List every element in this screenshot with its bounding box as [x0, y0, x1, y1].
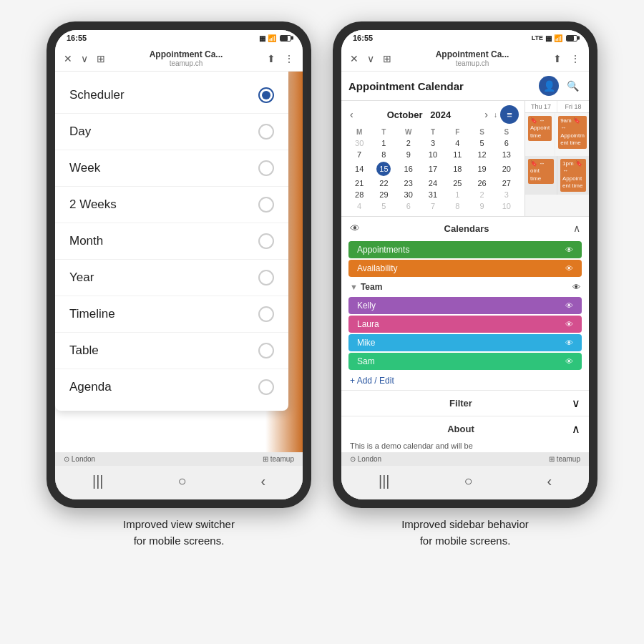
cal-mike-eye: 👁	[565, 338, 573, 347]
view-item-week[interactable]: Week	[55, 150, 288, 187]
mini-cal-header: ‹ October 2024 › ↓ ≡	[347, 105, 519, 124]
cal-day-1-3[interactable]: 10	[421, 149, 445, 160]
cal-day-4-4[interactable]: 1	[445, 189, 469, 200]
left-more-icon[interactable]: ⋮	[283, 52, 296, 66]
about-header[interactable]: About ∧	[350, 422, 580, 436]
cal-day-5-1[interactable]: 5	[371, 200, 396, 212]
view-item-table[interactable]: Table	[55, 333, 288, 369]
filter-collapse-icon: ∨	[572, 396, 580, 410]
cal-day-3-1[interactable]: 22	[371, 177, 396, 189]
left-down-btn[interactable]: ∨	[79, 52, 89, 66]
cal-day-3-3[interactable]: 24	[421, 177, 445, 189]
cal-day-3-6[interactable]: 27	[494, 177, 519, 189]
cal-mike[interactable]: Mike 👁	[348, 334, 582, 351]
cal-day-1-1[interactable]: 8	[371, 149, 396, 160]
left-nav-apps[interactable]: |||	[92, 473, 104, 489]
cal-day-4-5[interactable]: 2	[469, 189, 494, 200]
cal-day-1-5[interactable]: 12	[469, 149, 494, 160]
cal-day-4-2[interactable]: 30	[396, 189, 421, 200]
cal-day-5-3[interactable]: 7	[421, 200, 445, 212]
calendars-collapse-icon[interactable]: ∧	[573, 223, 580, 234]
view-item-month[interactable]: Month	[55, 223, 288, 260]
cal-day-3-4[interactable]: 25	[445, 177, 469, 189]
right-nav-apps[interactable]: |||	[379, 473, 390, 489]
cal-day-2-0[interactable]: 14	[347, 160, 371, 177]
left-controls-icon[interactable]: ⊞	[95, 52, 107, 66]
left-site-url: teamup.ch	[112, 59, 260, 67]
view-item-year[interactable]: Year	[55, 260, 288, 296]
cal-availability[interactable]: Availability 👁	[348, 260, 582, 277]
cal-day-1-6[interactable]: 13	[494, 149, 519, 160]
view-item-2weeks[interactable]: 2 Weeks	[55, 187, 288, 223]
view-item-timeline[interactable]: Timeline	[55, 296, 288, 333]
cal-sam[interactable]: Sam 👁	[348, 353, 582, 370]
cal-day-4-0[interactable]: 28	[347, 189, 371, 200]
add-edit-btn[interactable]: + Add / Edit	[341, 371, 589, 390]
prev-month-btn[interactable]: ‹	[347, 109, 356, 120]
filter-header[interactable]: Filter ∨	[350, 396, 580, 410]
cal-day-2-4[interactable]: 18	[445, 160, 469, 177]
left-nav-back[interactable]: ‹	[260, 473, 265, 489]
cal-day-2-5[interactable]: 19	[469, 160, 494, 177]
cal-day-1-0[interactable]: 7	[347, 149, 371, 160]
right-signal-icon: 📶	[554, 34, 562, 42]
app-title: Appointment Calendar	[348, 80, 464, 92]
cal-day-2-6[interactable]: 20	[494, 160, 519, 177]
cal-day-5-5[interactable]: 9	[469, 200, 494, 212]
radio-scheduler	[258, 87, 274, 103]
left-back-btn[interactable]: ✕	[62, 52, 74, 66]
mini-cal-grid: M T W T F S S	[347, 127, 519, 212]
right-share-icon[interactable]: ⬆	[552, 52, 563, 66]
cal-day-4-6[interactable]: 3	[494, 189, 519, 200]
cal-day-4-3[interactable]: 31	[421, 189, 445, 200]
cal-team-header[interactable]: ▼ Team 👁	[341, 278, 589, 296]
cal-day-4-1[interactable]: 29	[371, 189, 396, 200]
radio-day	[258, 124, 274, 140]
cal-kelly[interactable]: Kelly 👁	[348, 297, 582, 314]
calendars-header: 👁 Calendars ∧	[341, 217, 589, 240]
cal-appointments[interactable]: Appointments 👁	[348, 241, 582, 258]
cal-day-5-0[interactable]: 4	[347, 200, 371, 212]
cal-day-0-6[interactable]: 6	[494, 137, 519, 149]
expand-icon[interactable]: ↓	[494, 111, 497, 119]
cal-day-0-4[interactable]: 4	[445, 137, 469, 149]
view-item-day[interactable]: Day	[55, 114, 288, 150]
cal-day-3-2[interactable]: 23	[396, 177, 421, 189]
cal-day-3-5[interactable]: 26	[469, 177, 494, 189]
team-collapse-icon: ▼	[350, 283, 358, 291]
cal-team-label: Team	[361, 282, 382, 292]
cal-day-0-0[interactable]: 30	[347, 137, 371, 149]
cal-day-5-2[interactable]: 6	[396, 200, 421, 212]
view-item-scheduler[interactable]: Scheduler	[55, 77, 288, 114]
right-nav-back[interactable]: ‹	[547, 473, 552, 489]
cal-day-2-1[interactable]: 15	[371, 160, 396, 177]
right-controls-icon[interactable]: ⊞	[381, 52, 393, 66]
right-back-btn[interactable]: ✕	[348, 52, 360, 66]
cal-day-1-4[interactable]: 11	[445, 149, 469, 160]
search-button[interactable]: 🔍	[563, 77, 582, 95]
left-share-icon[interactable]: ⬆	[265, 52, 277, 66]
cal-day-5-6[interactable]: 10	[494, 200, 519, 212]
calendars-title: Calendars	[360, 223, 573, 234]
next-month-btn[interactable]: ›	[482, 109, 491, 120]
right-more-icon[interactable]: ⋮	[569, 52, 582, 66]
cal-day-0-2[interactable]: 2	[396, 137, 421, 149]
right-footer: ⊙ London ⊞ teamup	[341, 452, 589, 466]
right-nav-home[interactable]: ○	[464, 473, 472, 489]
calendars-eye-icon[interactable]: 👁	[350, 223, 360, 234]
cal-day-3-0[interactable]: 21	[347, 177, 371, 189]
cal-day-2-2[interactable]: 16	[396, 160, 421, 177]
view-item-agenda[interactable]: Agenda	[55, 369, 288, 405]
right-down-btn[interactable]: ∨	[366, 52, 376, 66]
left-nav-home[interactable]: ○	[177, 473, 186, 489]
cal-day-1-2[interactable]: 9	[396, 149, 421, 160]
user-avatar[interactable]: 👤	[539, 76, 559, 96]
cal-day-0-5[interactable]: 5	[469, 137, 494, 149]
cal-day-2-3[interactable]: 17	[421, 160, 445, 177]
cal-laura[interactable]: Laura 👁	[348, 316, 582, 333]
cal-day-0-1[interactable]: 1	[371, 137, 396, 149]
view-mode-btn[interactable]: ≡	[500, 105, 519, 124]
week-event-thu-2: 🔖 ↔ointtime	[528, 159, 554, 184]
cal-day-5-4[interactable]: 8	[445, 200, 469, 212]
cal-day-0-3[interactable]: 3	[421, 137, 445, 149]
